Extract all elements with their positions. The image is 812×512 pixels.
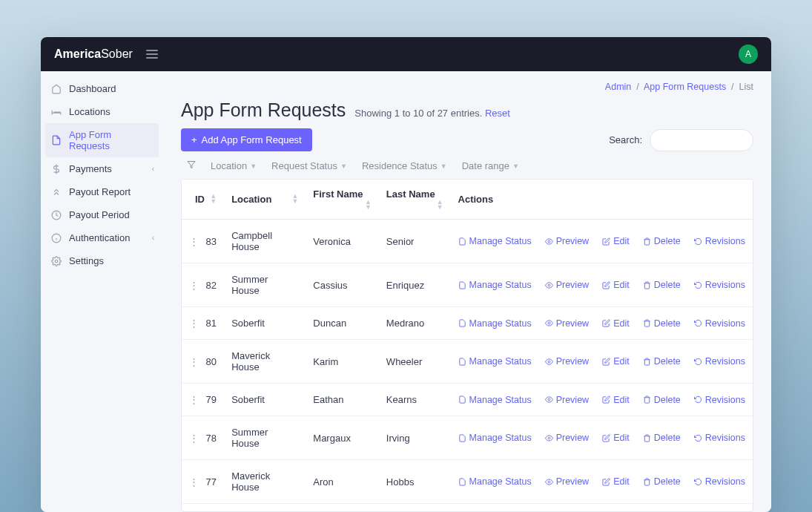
topbar: AmericaSober A bbox=[41, 37, 771, 71]
dollar-icon bbox=[51, 164, 62, 174]
action-preview[interactable]: Preview bbox=[545, 318, 589, 329]
action-delete[interactable]: Delete bbox=[643, 236, 681, 246]
action-edit[interactable]: Edit bbox=[602, 433, 630, 443]
col-last-name[interactable]: Last Name▲▼ bbox=[379, 180, 451, 220]
action-edit[interactable]: Edit bbox=[602, 395, 630, 405]
sidebar-item-payout-report[interactable]: Payout Report bbox=[41, 180, 163, 203]
cell-first-name: Cassius bbox=[306, 263, 379, 307]
svg-point-10 bbox=[548, 361, 550, 363]
col-first-name[interactable]: First Name▲▼ bbox=[306, 180, 379, 220]
info-icon bbox=[51, 233, 62, 243]
sidebar-item-authentication[interactable]: Authentication‹ bbox=[41, 226, 163, 249]
cell-id: ⋮ 80 bbox=[182, 340, 224, 384]
action-preview[interactable]: Preview bbox=[545, 433, 589, 443]
cell-last-name: Kearns bbox=[379, 384, 451, 416]
chevron-left-icon: ‹ bbox=[152, 165, 154, 173]
action-delete[interactable]: Delete bbox=[643, 476, 681, 487]
action-manage[interactable]: Manage Status bbox=[458, 318, 532, 329]
action-preview[interactable]: Preview bbox=[545, 280, 589, 290]
search-input[interactable] bbox=[650, 129, 753, 151]
plus-icon: + bbox=[191, 134, 197, 145]
col-location[interactable]: Location▲▼ bbox=[224, 180, 306, 220]
table-row: ⋮ 81SoberfitDuncanMedranoManage StatusPr… bbox=[182, 307, 753, 340]
filter-icon[interactable] bbox=[187, 160, 196, 171]
gear-icon bbox=[51, 256, 62, 266]
sidebar-item-locations[interactable]: Locations bbox=[41, 100, 163, 123]
action-edit[interactable]: Edit bbox=[602, 318, 630, 329]
sidebar-item-payout-period[interactable]: Payout Period bbox=[41, 203, 163, 226]
action-manage[interactable]: Manage Status bbox=[458, 395, 532, 405]
action-delete[interactable]: Delete bbox=[643, 433, 681, 443]
cell-last-name: Hobbs bbox=[379, 460, 451, 504]
action-delete[interactable]: Delete bbox=[643, 395, 681, 405]
svg-point-7 bbox=[548, 240, 550, 243]
filter-residence-status[interactable]: Residence Status ▼ bbox=[362, 160, 447, 171]
action-manage[interactable]: Manage Status bbox=[458, 236, 532, 246]
svg-point-12 bbox=[548, 437, 550, 439]
row-menu-icon[interactable]: ⋮ bbox=[189, 236, 199, 247]
table-row: ⋮ 76Campbell HouseCamillaBurnManage Stat… bbox=[182, 504, 753, 513]
filter-location[interactable]: Location ▼ bbox=[211, 160, 257, 171]
cell-location: Maverick House bbox=[224, 460, 306, 504]
actions-cell: Manage StatusPreviewEditDeleteRevisions bbox=[458, 280, 745, 290]
breadcrumb-mid[interactable]: App Form Requests bbox=[644, 82, 726, 92]
action-manage[interactable]: Manage Status bbox=[458, 433, 532, 443]
action-preview[interactable]: Preview bbox=[545, 356, 589, 367]
col-actions: Actions bbox=[451, 180, 753, 220]
cell-location: Soberfit bbox=[224, 384, 306, 416]
row-menu-icon[interactable]: ⋮ bbox=[189, 318, 199, 329]
sidebar-item-app-form-requests[interactable]: App Form Requests bbox=[45, 123, 159, 157]
cell-last-name: Enriquez bbox=[379, 263, 451, 307]
reset-link[interactable]: Reset bbox=[485, 108, 510, 119]
action-preview[interactable]: Preview bbox=[545, 476, 589, 487]
action-edit[interactable]: Edit bbox=[602, 280, 630, 290]
svg-point-11 bbox=[548, 398, 550, 401]
action-delete[interactable]: Delete bbox=[643, 356, 681, 367]
cell-id: ⋮ 78 bbox=[182, 416, 224, 460]
filter-date-range[interactable]: Date range ▼ bbox=[462, 160, 519, 171]
action-preview[interactable]: Preview bbox=[545, 236, 589, 246]
sort-icon: ▲▼ bbox=[210, 194, 217, 204]
action-edit[interactable]: Edit bbox=[602, 236, 630, 246]
action-edit[interactable]: Edit bbox=[602, 356, 630, 367]
sidebar-item-label: Payout Report bbox=[69, 186, 131, 197]
action-manage[interactable]: Manage Status bbox=[458, 280, 532, 290]
action-delete[interactable]: Delete bbox=[643, 280, 681, 290]
row-menu-icon[interactable]: ⋮ bbox=[189, 476, 199, 488]
action-edit[interactable]: Edit bbox=[602, 476, 630, 487]
filter-request-status[interactable]: Request Status ▼ bbox=[271, 160, 347, 171]
main-content: Admin / App Form Requests / List App For… bbox=[163, 71, 771, 512]
action-preview[interactable]: Preview bbox=[545, 395, 589, 405]
row-menu-icon[interactable]: ⋮ bbox=[189, 356, 199, 367]
sidebar-item-dashboard[interactable]: Dashboard bbox=[41, 77, 163, 100]
action-revisions[interactable]: Revisions bbox=[694, 356, 745, 367]
action-manage[interactable]: Manage Status bbox=[458, 356, 532, 367]
up-icon bbox=[51, 187, 62, 197]
row-menu-icon[interactable]: ⋮ bbox=[189, 280, 199, 291]
action-revisions[interactable]: Revisions bbox=[694, 395, 745, 405]
sidebar-item-label: Settings bbox=[69, 255, 104, 266]
svg-point-5 bbox=[55, 260, 58, 263]
action-delete[interactable]: Delete bbox=[643, 318, 681, 329]
cell-last-name: Irving bbox=[379, 416, 451, 460]
breadcrumb-admin[interactable]: Admin bbox=[605, 82, 631, 92]
action-revisions[interactable]: Revisions bbox=[694, 236, 745, 246]
action-manage[interactable]: Manage Status bbox=[458, 476, 532, 487]
search-wrap: Search: bbox=[609, 129, 753, 151]
add-app-form-request-button[interactable]: + Add App Form Request bbox=[181, 128, 312, 151]
avatar[interactable]: A bbox=[739, 45, 758, 64]
action-revisions[interactable]: Revisions bbox=[694, 433, 745, 443]
col-id[interactable]: ID▲▼ bbox=[182, 180, 224, 220]
sidebar-item-payments[interactable]: Payments‹ bbox=[41, 157, 163, 180]
row-menu-icon[interactable]: ⋮ bbox=[189, 394, 199, 405]
action-revisions[interactable]: Revisions bbox=[694, 280, 745, 290]
row-menu-icon[interactable]: ⋮ bbox=[189, 433, 199, 444]
cell-first-name: Veronica bbox=[306, 220, 379, 263]
action-revisions[interactable]: Revisions bbox=[694, 318, 745, 329]
data-table: ID▲▼ Location▲▼ First Name▲▼ Last Name▲▼… bbox=[182, 180, 753, 512]
table-row: ⋮ 77Maverick HouseAronHobbsManage Status… bbox=[182, 460, 753, 504]
action-revisions[interactable]: Revisions bbox=[694, 476, 745, 487]
sidebar-item-settings[interactable]: Settings bbox=[41, 249, 163, 272]
page-title: App Form Requests bbox=[181, 99, 346, 121]
menu-toggle-icon[interactable] bbox=[146, 50, 158, 59]
